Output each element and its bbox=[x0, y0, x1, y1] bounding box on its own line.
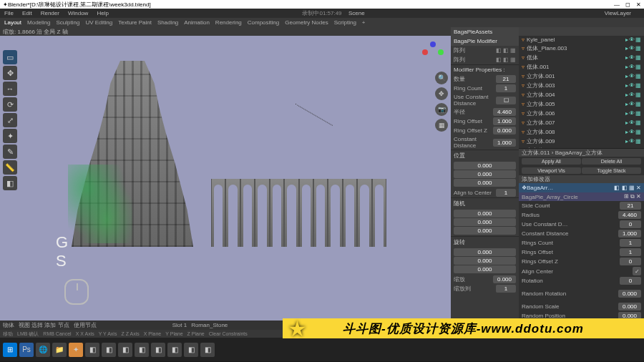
chk-ucd[interactable]: ☐ bbox=[496, 97, 516, 104]
val-ringoffset[interactable]: 1.000 bbox=[493, 117, 516, 125]
material[interactable]: Roman_Stone bbox=[191, 322, 228, 328]
in-rc[interactable]: 1 bbox=[620, 239, 641, 247]
use-nodes[interactable]: 使用节点 bbox=[74, 321, 97, 329]
val-scale[interactable]: 0.000 bbox=[493, 275, 516, 283]
menu-render[interactable]: Render bbox=[41, 10, 59, 16]
tab-layout[interactable]: Layout bbox=[4, 19, 21, 26]
in-ro[interactable]: 1 bbox=[620, 248, 641, 256]
outliner[interactable]: ▿Kyle_panel▸ 👁 ▦▿低体_Plane.003▸ 👁 ▦▿低体▸ 👁… bbox=[519, 27, 644, 149]
add-modifier[interactable]: 添加修改器 bbox=[519, 175, 644, 183]
tab-modeling[interactable]: Modeling bbox=[27, 19, 50, 26]
submod-name[interactable]: BagaPie_Array_Circle bbox=[522, 194, 624, 200]
axis-z-icon[interactable] bbox=[430, 41, 436, 47]
3d-viewport[interactable]: 缩放: 1.8666 沿 全局 Z 轴 ▭ ✥ ↔ ⟳ ⤢ ✦ ✎ 📏 ◧ 🔍 bbox=[0, 27, 451, 321]
task-app[interactable]: ◧ bbox=[85, 343, 99, 357]
mode-indicator[interactable]: 物体 bbox=[3, 321, 14, 329]
move-view-icon[interactable]: ✥ bbox=[435, 87, 448, 100]
val-count[interactable]: 21 bbox=[496, 75, 516, 83]
val-ringoffsetz[interactable]: 0.000 bbox=[493, 127, 516, 134]
scene-selector[interactable]: Scene bbox=[348, 10, 365, 16]
in-ucd[interactable]: 0 bbox=[620, 220, 641, 228]
np-array1[interactable]: 阵列 bbox=[454, 47, 496, 54]
windows-taskbar[interactable]: ⊞ Ps 🌐 📁 ✦ ◧ ◧ ◧ ◧ ◧ ◧ ◧ ◧ bbox=[0, 338, 644, 361]
outliner-row[interactable]: ▿立方体.009▸ 👁 ▦ bbox=[519, 137, 644, 146]
np-assets-header[interactable]: BagaPieAssets bbox=[451, 27, 519, 36]
slot[interactable]: Slot 1 bbox=[172, 322, 187, 328]
nav-gizmo[interactable] bbox=[422, 41, 444, 63]
in-rot[interactable]: 0 bbox=[620, 277, 641, 285]
mod-toggle-icons[interactable]: ◧ ◧ ▦ ✕ bbox=[614, 185, 641, 191]
outliner-row[interactable]: ▿Kyle_panel▸ 👁 ▦ bbox=[519, 36, 644, 44]
tab-animation[interactable]: Animation bbox=[184, 19, 210, 26]
outliner-row[interactable]: ▿立方体.001▸ 👁 ▦ bbox=[519, 72, 644, 81]
minimize-button[interactable]: — bbox=[614, 1, 620, 8]
rand-rot[interactable]: 0.000 0.000 0.000 bbox=[451, 248, 519, 275]
task-app8[interactable]: ◧ bbox=[200, 343, 215, 357]
outliner-row[interactable]: ▿立方体.004▸ 👁 ▦ bbox=[519, 90, 644, 99]
outliner-row[interactable]: ▿低体.001▸ 👁 ▦ bbox=[519, 62, 644, 72]
val-align[interactable]: 1 bbox=[496, 189, 516, 197]
perspective-icon[interactable]: ▦ bbox=[435, 119, 448, 132]
mod-icons[interactable]: ◧ ◧ ▦ bbox=[496, 47, 516, 54]
in-ac[interactable]: ✓ bbox=[633, 267, 641, 275]
props-breadcrumb[interactable]: 立方体.011 › BagaArray_立方体 bbox=[519, 149, 644, 157]
loc-xyz[interactable]: 0.000 0.000 0.000 bbox=[451, 161, 519, 188]
task-ps[interactable]: Ps bbox=[19, 343, 34, 357]
tool-scale[interactable]: ⤢ bbox=[3, 113, 17, 127]
tab-rendering[interactable]: Rendering bbox=[215, 19, 242, 26]
btn-apply-all[interactable]: Apply All bbox=[522, 158, 581, 165]
start-button[interactable]: ⊞ bbox=[3, 343, 17, 357]
mod-icons[interactable]: ◧ ◧ ▦ bbox=[496, 57, 516, 63]
val-radius[interactable]: 4.460 bbox=[493, 108, 516, 116]
task-app4[interactable]: ◧ bbox=[135, 343, 149, 357]
tool-rotate[interactable]: ⟳ bbox=[3, 97, 17, 112]
colonnade-array[interactable] bbox=[211, 179, 386, 247]
tool-cursor[interactable]: ✥ bbox=[3, 66, 17, 80]
outliner-row[interactable]: ▿立方体.006▸ 👁 ▦ bbox=[519, 109, 644, 118]
tab-sculpting[interactable]: Sculpting bbox=[57, 19, 80, 26]
tool-measure[interactable]: 📏 bbox=[3, 160, 17, 175]
menu-file[interactable]: File bbox=[4, 10, 14, 16]
outliner-row[interactable]: ▿立方体.003▸ 👁 ▦ bbox=[519, 81, 644, 90]
axis-x-icon[interactable] bbox=[422, 49, 428, 55]
viewlayer-selector[interactable]: ViewLayer bbox=[605, 10, 631, 16]
val-scaleto[interactable]: 1 bbox=[496, 285, 516, 293]
outliner-row[interactable]: ▿立方体.008▸ 👁 ▦ bbox=[519, 127, 644, 137]
tool-move[interactable]: ↔ bbox=[3, 82, 17, 96]
task-blender[interactable]: ✦ bbox=[69, 343, 83, 357]
in-side-count[interactable]: 21 bbox=[620, 202, 641, 210]
task-app5[interactable]: ◧ bbox=[151, 343, 165, 357]
btn-delete-all[interactable]: Delete All bbox=[582, 158, 641, 165]
task-app7[interactable]: ◧ bbox=[184, 343, 198, 357]
tool-annotate[interactable]: ✎ bbox=[3, 145, 17, 159]
task-app2[interactable]: ◧ bbox=[102, 343, 116, 357]
axis-y-icon[interactable] bbox=[438, 49, 444, 55]
tab-add[interactable]: + bbox=[362, 19, 366, 26]
outliner-row[interactable]: ▿低体▸ 👁 ▦ bbox=[519, 53, 644, 62]
val-cd[interactable]: 1.000 bbox=[493, 139, 516, 147]
np-modifier-header[interactable]: BagaPie Modifier bbox=[451, 36, 519, 46]
menu-help[interactable]: Help bbox=[97, 10, 108, 16]
footer-menu[interactable]: 视图 选择 添加 节点 bbox=[19, 321, 69, 329]
tab-texture[interactable]: Texture Paint bbox=[118, 19, 152, 26]
properties-panel[interactable]: 立方体.011 › BagaArray_立方体 Apply All Delete… bbox=[519, 149, 644, 321]
tool-transform[interactable]: ✦ bbox=[3, 129, 17, 143]
tool-add[interactable]: ◧ bbox=[3, 176, 17, 190]
tab-uv[interactable]: UV Editing bbox=[85, 19, 112, 26]
viewport-canvas[interactable]: ▭ ✥ ↔ ⟳ ⤢ ✦ ✎ 📏 ◧ 🔍 ✥ 📷 ▦ bbox=[0, 36, 451, 321]
tab-geonodes[interactable]: Geometry Nodes bbox=[285, 19, 328, 26]
in-cd[interactable]: 1.000 bbox=[618, 230, 641, 238]
in-rand-rot[interactable]: 0.000 bbox=[618, 290, 641, 298]
close-button[interactable]: ✕ bbox=[636, 1, 641, 8]
submod-buttons[interactable]: ⊞ ⧉ ✕ bbox=[624, 193, 641, 200]
outliner-row[interactable]: ▿立方体.007▸ 👁 ▦ bbox=[519, 118, 644, 127]
in-rand-scale[interactable]: 0.000 bbox=[618, 303, 641, 310]
modifier-header[interactable]: ❖ BagaArr… ◧ ◧ ▦ ✕ bbox=[519, 183, 644, 192]
in-roz[interactable]: 0 bbox=[620, 258, 641, 265]
menu-edit[interactable]: Edit bbox=[22, 10, 32, 16]
outliner-row[interactable]: ▿低体_Plane.003▸ 👁 ▦ bbox=[519, 44, 644, 53]
tab-compositing[interactable]: Compositing bbox=[248, 19, 279, 26]
camera-icon[interactable]: 📷 bbox=[435, 103, 448, 116]
task-edge[interactable]: 🌐 bbox=[36, 343, 50, 357]
task-app3[interactable]: ◧ bbox=[118, 343, 132, 357]
